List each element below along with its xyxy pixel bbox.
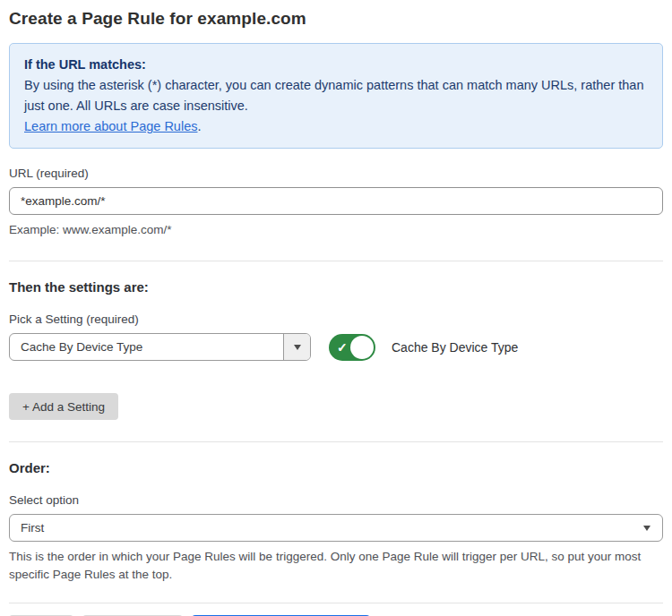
divider xyxy=(9,261,663,261)
info-box-body: By using the asterisk (*) character, you… xyxy=(24,75,648,116)
url-label: URL (required) xyxy=(9,167,663,180)
chevron-down-icon xyxy=(643,526,650,531)
divider xyxy=(9,441,663,442)
setting-row: Cache By Device Type ✓ Cache By Device T… xyxy=(9,333,663,361)
check-icon: ✓ xyxy=(337,340,348,353)
setting-select-value: Cache By Device Type xyxy=(10,334,283,360)
link-period: . xyxy=(197,119,201,133)
settings-section-heading: Then the settings are: xyxy=(9,279,663,295)
order-select-value: First xyxy=(10,515,643,541)
info-box-heading: If the URL matches: xyxy=(24,55,648,75)
order-section-heading: Order: xyxy=(9,460,663,475)
select-option-label: Select option xyxy=(9,493,663,507)
cache-device-toggle[interactable]: ✓ xyxy=(329,334,375,361)
setting-select-arrow-button[interactable] xyxy=(283,334,310,360)
toggle-label: Cache By Device Type xyxy=(392,340,518,355)
toggle-knob xyxy=(350,336,374,359)
order-helper-text: This is the order in which your Page Rul… xyxy=(9,548,654,584)
order-select[interactable]: First xyxy=(9,514,663,542)
chevron-down-icon xyxy=(294,345,301,350)
url-match-info-box: If the URL matches: By using the asteris… xyxy=(9,43,663,149)
page-title: Create a Page Rule for example.com xyxy=(9,9,663,29)
learn-more-link[interactable]: Learn more about Page Rules xyxy=(24,119,197,133)
url-input[interactable] xyxy=(9,187,663,215)
setting-select[interactable]: Cache By Device Type xyxy=(9,333,311,361)
order-select-arrow xyxy=(643,515,662,541)
divider xyxy=(9,603,663,603)
info-box-link-line: Learn more about Page Rules. xyxy=(24,116,648,137)
url-helper-text: Example: www.example.com/* xyxy=(9,221,663,239)
add-setting-button[interactable]: + Add a Setting xyxy=(9,393,118,420)
pick-setting-label: Pick a Setting (required) xyxy=(9,312,663,326)
